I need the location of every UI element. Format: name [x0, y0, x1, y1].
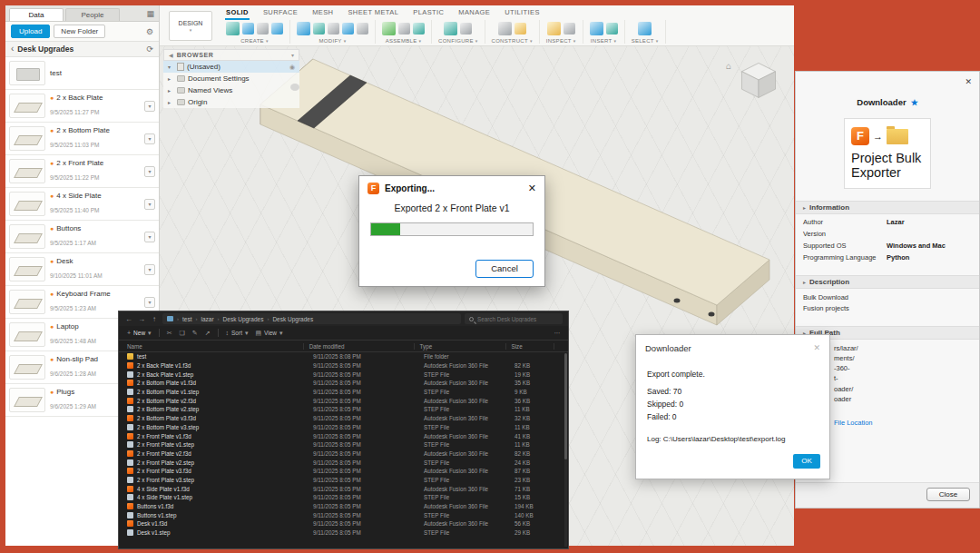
- visibility-icon[interactable]: ◉: [289, 64, 295, 71]
- more-options-icon[interactable]: ⋯: [554, 330, 561, 337]
- group-label-configure[interactable]: CONFIGURE▾: [438, 38, 478, 44]
- view-menu[interactable]: ▤ View ▾: [255, 330, 282, 337]
- breadcrumb-segment[interactable]: test: [182, 316, 191, 322]
- rename-icon[interactable]: ✎: [192, 330, 198, 337]
- configuration-icon[interactable]: [444, 22, 457, 35]
- version-dropdown[interactable]: ▾: [144, 133, 155, 144]
- tree-caret-icon[interactable]: ▸: [168, 87, 174, 94]
- file-row[interactable]: 2 x Front Plate v3.f3d 9/11/2025 8:05 PM…: [119, 467, 568, 476]
- breadcrumb-segment[interactable]: Desk Upgrades: [272, 316, 313, 322]
- data-panel-item[interactable]: test: [5, 57, 159, 90]
- new-button[interactable]: + New ▾: [127, 330, 152, 337]
- ok-button[interactable]: OK: [793, 454, 820, 469]
- viewcube-cube[interactable]: [736, 57, 781, 103]
- share-icon[interactable]: ↗: [205, 330, 211, 337]
- close-icon[interactable]: ✕: [965, 77, 972, 86]
- ribbon-tab[interactable]: UTILITIES: [504, 6, 541, 20]
- workspace-dropdown[interactable]: DESIGN ▾: [169, 11, 212, 41]
- shell-icon[interactable]: [328, 23, 339, 35]
- joint-icon[interactable]: [398, 23, 410, 35]
- browser-menu-icon[interactable]: ▾: [291, 52, 294, 58]
- fillet-icon[interactable]: [313, 23, 325, 35]
- group-label-select[interactable]: SELECT▾: [632, 38, 659, 44]
- version-dropdown[interactable]: ▾: [144, 199, 155, 210]
- gear-icon[interactable]: ⚙: [146, 27, 153, 36]
- section-analysis-icon[interactable]: [564, 23, 575, 35]
- file-row[interactable]: 2 x Front Plate v1.step 9/11/2025 8:05 P…: [119, 440, 568, 449]
- favorite-star-icon[interactable]: ★: [911, 98, 918, 107]
- file-row[interactable]: 4 x Side Plate v1.f3d 9/11/2025 8:05 PM …: [119, 484, 568, 493]
- data-panel-tab[interactable]: Data: [9, 8, 64, 21]
- version-dropdown[interactable]: ▾: [144, 101, 155, 112]
- file-row[interactable]: 2 x Bottom Plate v2.f3d 9/11/2025 8:05 P…: [119, 396, 568, 405]
- scrollbar[interactable]: [564, 353, 567, 547]
- file-row[interactable]: 2 x Bottom Plate v1.step 9/11/2025 8:05 …: [119, 388, 568, 397]
- ribbon-tab[interactable]: SOLID: [225, 6, 250, 20]
- ribbon-tab[interactable]: MESH: [311, 6, 334, 20]
- version-dropdown[interactable]: ▾: [144, 264, 155, 275]
- refresh-icon[interactable]: ⟳: [146, 44, 153, 54]
- sort-menu[interactable]: ↕ Sort ▾: [226, 330, 249, 337]
- group-label-insert[interactable]: INSERT▾: [591, 38, 617, 44]
- nav-forward-icon[interactable]: →: [137, 315, 146, 323]
- home-icon[interactable]: ⌂: [726, 61, 731, 71]
- file-row[interactable]: Buttons v1.f3d 9/11/2025 8:05 PM Autodes…: [119, 502, 568, 511]
- file-row[interactable]: Buttons v1.step 9/11/2025 8:05 PM STEP F…: [119, 510, 568, 519]
- configure-table-icon[interactable]: [460, 23, 472, 35]
- collapse-panel-icon[interactable]: ◀: [169, 52, 173, 58]
- axis-icon[interactable]: [514, 23, 526, 35]
- version-dropdown[interactable]: ▾: [144, 297, 155, 308]
- split-body-icon[interactable]: [357, 23, 368, 35]
- data-panel-item[interactable]: ● Desk 9/10/2025 11:01 AM ▾: [5, 253, 159, 286]
- section-description[interactable]: ▸ Description: [796, 275, 979, 289]
- construct-plane-icon[interactable]: [498, 22, 512, 35]
- press-pull-icon[interactable]: [297, 22, 310, 35]
- column-type[interactable]: Type: [420, 343, 506, 350]
- cut-icon[interactable]: ✂: [167, 330, 172, 337]
- rigid-group-icon[interactable]: [413, 23, 425, 35]
- copy-icon[interactable]: ❏: [180, 330, 185, 337]
- explorer-search-box[interactable]: [465, 313, 563, 324]
- group-label-construct[interactable]: CONSTRUCT▾: [492, 38, 533, 44]
- hole-icon[interactable]: [257, 23, 269, 35]
- data-panel-item[interactable]: ● 2 x Front Plate 9/5/2025 11:22 PM ▾: [5, 155, 159, 188]
- group-label-create[interactable]: CREATE▾: [240, 38, 269, 44]
- cancel-button[interactable]: Cancel: [475, 260, 534, 278]
- browser-node[interactable]: ▸ Origin: [163, 96, 299, 108]
- back-chevron-icon[interactable]: ‹: [11, 45, 14, 53]
- file-row[interactable]: Desk v1.f3d 9/11/2025 8:05 PM Autodesk F…: [119, 519, 568, 528]
- file-row[interactable]: test 9/11/2025 8:08 PM File folder: [119, 352, 568, 361]
- file-row[interactable]: 2 x Bottom Plate v2.step 9/11/2025 8:05 …: [119, 405, 568, 414]
- create-sketch-icon[interactable]: [226, 22, 240, 35]
- close-icon[interactable]: ✕: [528, 183, 536, 194]
- close-icon[interactable]: ✕: [813, 343, 820, 353]
- decal-icon[interactable]: [606, 23, 618, 35]
- group-label-inspect[interactable]: INSPECT▾: [546, 38, 576, 44]
- data-panel-item[interactable]: ● 2 x Back Plate 9/5/2025 11:27 PM ▾: [5, 90, 159, 123]
- select-icon[interactable]: [638, 22, 652, 35]
- data-panel-item[interactable]: ● 2 x Bottom Plate 9/5/2025 11:03 PM ▾: [5, 123, 159, 155]
- ribbon-tab[interactable]: PLASTIC: [412, 6, 445, 20]
- new-folder-button[interactable]: New Folder: [54, 25, 105, 38]
- combine-icon[interactable]: [342, 23, 354, 35]
- new-component-icon[interactable]: [382, 22, 396, 35]
- ribbon-tab[interactable]: MANAGE: [457, 6, 491, 20]
- breadcrumb-segment[interactable]: Desk Upgrades: [223, 316, 264, 322]
- ribbon-tab[interactable]: SURFACE: [262, 6, 299, 20]
- data-panel-item[interactable]: ● 4 x Side Plate 9/5/2025 11:40 PM ▾: [5, 188, 159, 221]
- browser-root-node[interactable]: ▾ (Unsaved) ◉: [163, 61, 299, 73]
- nav-back-icon[interactable]: ←: [124, 315, 133, 323]
- file-row[interactable]: 4 x Side Plate v1.step 9/11/2025 8:05 PM…: [119, 493, 568, 502]
- insert-mesh-icon[interactable]: [590, 22, 603, 35]
- extrude-icon[interactable]: [242, 23, 254, 35]
- file-row[interactable]: 2 x Bottom Plate v3.step 9/11/2025 8:05 …: [119, 423, 568, 432]
- file-row[interactable]: 2 x Front Plate v1.f3d 9/11/2025 8:05 PM…: [119, 431, 568, 440]
- tree-caret-icon[interactable]: ▸: [168, 99, 174, 105]
- file-location-link[interactable]: File Location: [834, 419, 979, 427]
- version-dropdown[interactable]: ▾: [144, 166, 155, 177]
- viewcube[interactable]: ⌂: [726, 57, 781, 103]
- column-date-modified[interactable]: Date modified: [309, 343, 415, 350]
- address-bar[interactable]: › test › lazar › Desk Upgrades ›: [162, 313, 461, 324]
- pattern-icon[interactable]: [271, 23, 283, 35]
- file-row[interactable]: 2 x Front Plate v3.step 9/11/2025 8:05 P…: [119, 476, 568, 485]
